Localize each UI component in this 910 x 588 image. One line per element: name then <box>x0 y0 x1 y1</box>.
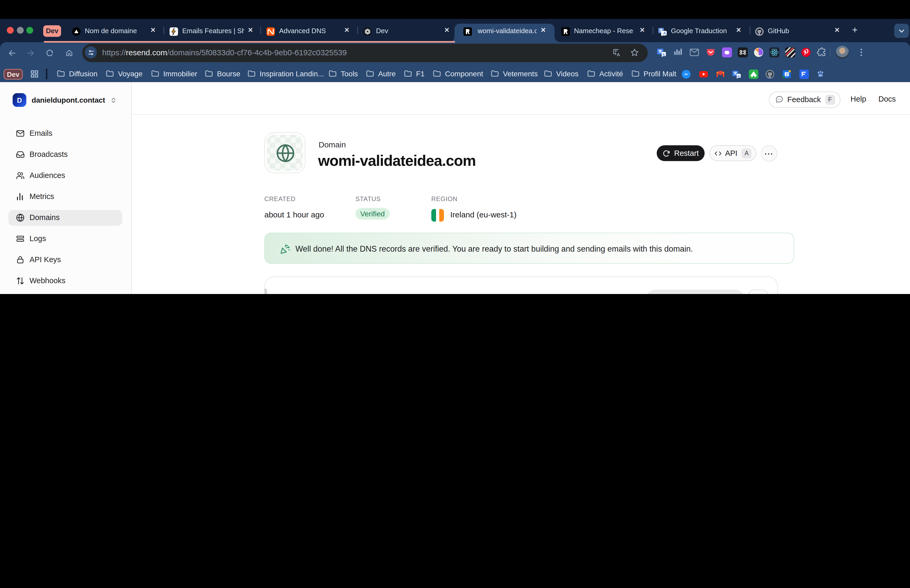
svg-text:2: 2 <box>786 72 787 76</box>
